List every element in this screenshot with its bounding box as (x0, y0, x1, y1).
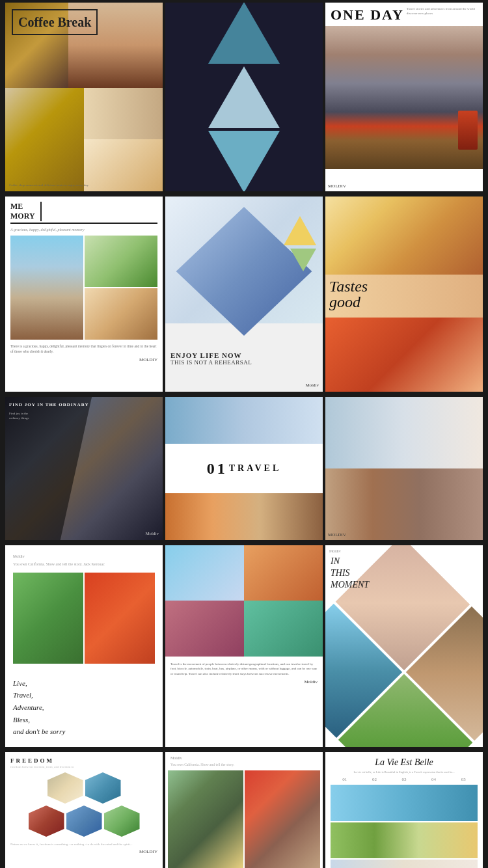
find-joy-moldiv-label: Moldiv (145, 531, 159, 536)
europe-photo-bottom (325, 468, 483, 540)
moment-text-overlay: IN THIS MOMENT (331, 556, 369, 591)
lavie-photo-stack (331, 785, 478, 868)
livetravel-moldiv-top: Moldiv (13, 554, 155, 558)
travel-title-row: 01 TRAVEL (165, 445, 323, 492)
freedom-hex-1 (47, 772, 83, 804)
coffee-bottom-row (5, 88, 163, 192)
memory-photo-3 (85, 288, 157, 340)
card-tastes-good[interactable]: Tastes good (325, 197, 483, 392)
livetravel-photo-2 (85, 573, 155, 664)
find-joy-subtitle: Find joy in theordinary things (9, 411, 29, 420)
lavie-subtitle: La vie est belle, or Life is Beautiful i… (331, 770, 478, 774)
card-water-triangles[interactable] (165, 3, 323, 191)
memory-photo-1 (10, 236, 83, 340)
coffee-title-area: Coffee Break (12, 9, 98, 35)
card-live-travel[interactable]: Moldiv You own California. Show and tell… (5, 545, 163, 747)
freedom-subtitle: freedom between freedom, from, and freed… (10, 765, 157, 768)
freedom-hexagon-grid (10, 772, 157, 837)
livetravel-photos (13, 573, 155, 664)
card-europe-travel[interactable]: MOLDIV (325, 397, 483, 540)
bike-decoration (458, 111, 478, 150)
memory-photos (10, 236, 157, 340)
oneday-subtitle: Travel stories and adventures from aroun… (404, 7, 478, 16)
travel2-photo-2 (244, 545, 323, 601)
travel2-photo-3 (165, 601, 244, 656)
travel2-text: Travel is the movement of people between… (165, 657, 323, 737)
freedom-moldiv-label: MOLDIV (10, 849, 157, 854)
memory-moldiv-label: MOLDIV (10, 357, 157, 362)
travel-word: TRAVEL (229, 463, 282, 474)
lavie-photo-2 (331, 822, 478, 858)
row-2: MEMORY A gracious, happy, delightful, pl… (3, 197, 485, 394)
memory-photo-2 (85, 236, 157, 287)
travel2-moldiv-label: Moldiv (170, 679, 318, 686)
moment-line-moment: MOMENT (331, 579, 369, 591)
lavie-col-5: 05 (449, 777, 478, 782)
travel2-photo-grid (165, 545, 323, 657)
lavie-columns: 01 02 03 04 05 (331, 777, 478, 782)
enjoy-text-block: ENJOY LIFE NOW THIS IS NOT A REHEARSAL (170, 351, 318, 366)
moment-line-in: IN (331, 556, 369, 567)
card-one-day[interactable]: ONE DAY Travel stories and adventures fr… (325, 3, 483, 191)
triangle-down (208, 131, 280, 192)
europe-photo-top (325, 397, 483, 468)
enjoy-triangle-accent2 (290, 249, 316, 271)
enjoy-moldiv-label: Moldiv (305, 383, 319, 388)
freedom-hex-row-2 (29, 806, 140, 837)
lavie-photo-1 (331, 785, 478, 821)
lavie-photo-3 (331, 860, 478, 868)
tastes-text-overlay: Tastes good (329, 278, 368, 310)
enjoy-line1: ENJOY LIFE NOW (170, 351, 318, 359)
memory-title: MEMORY (10, 202, 157, 224)
gallery-container: Coffee Break Coffee shop moments and del… (0, 0, 488, 868)
travel2-photo-4 (244, 601, 323, 656)
card-windmill-paris[interactable]: Moldiv You own California. Show and tell… (165, 752, 323, 868)
enjoy-line2: THIS IS NOT A REHEARSAL (170, 359, 318, 366)
coffee-cup-photo (84, 88, 163, 140)
freedom-bottom-text: Nature as we know it, freedom is somethi… (10, 842, 157, 847)
tastes-word2: good (329, 294, 368, 310)
triangle-up (208, 3, 280, 64)
freedom-hex-4 (66, 806, 102, 837)
tastes-word1: Tastes (329, 278, 368, 294)
card-enjoy-life[interactable]: ENJOY LIFE NOW THIS IS NOT A REHEARSAL M… (165, 197, 323, 392)
coffee-title: Coffee Break (12, 9, 98, 35)
food-photo-top (325, 197, 483, 275)
travel2-photo-1 (165, 545, 244, 601)
card-find-joy[interactable]: FIND JOY IN THE ORDINARY Find joy in the… (5, 397, 163, 540)
card-la-vie-est-belle[interactable]: La Vie Est Belle La vie est belle, or Li… (325, 752, 483, 868)
freedom-hex-3 (29, 806, 64, 837)
food-photo-bottom (325, 318, 483, 392)
travel-number: 01 (207, 460, 228, 478)
livetravel-subtitle: You own California. Show and tell the st… (13, 562, 155, 566)
card-memory[interactable]: MEMORY A gracious, happy, delightful, pl… (5, 197, 163, 392)
travel-photo-2 (165, 493, 323, 540)
lavie-title: La Vie Est Belle (331, 757, 478, 768)
lavie-col-4: 04 (420, 777, 448, 782)
livetravel-photo-1 (13, 573, 83, 664)
oneday-header: ONE DAY Travel stories and adventures fr… (325, 3, 483, 26)
memory-divider (40, 202, 42, 221)
card-travel-01[interactable]: 01 TRAVEL (165, 397, 323, 540)
lavie-col-2: 02 (360, 777, 389, 782)
travel2-caption: Travel is the movement of people between… (170, 662, 318, 677)
row-5: FREEDOM freedom between freedom, from, a… (3, 752, 485, 868)
memory-subtitle: A gracious, happy, delightful, pleasant … (10, 228, 157, 232)
wp-header: Moldiv (165, 752, 323, 763)
row-4: Moldiv You own California. Show and tell… (3, 545, 485, 750)
find-joy-title: FIND JOY IN THE ORDINARY (9, 402, 89, 407)
card-travel-02[interactable]: Travel is the movement of people between… (165, 545, 323, 747)
card-freedom[interactable]: FREEDOM freedom between freedom, from, a… (5, 752, 163, 868)
oneday-photo (325, 26, 483, 169)
oneday-title: ONE DAY (331, 7, 404, 23)
card-in-this-moment[interactable]: Moldiv IN THIS MOMENT (325, 545, 483, 747)
card-coffee-break[interactable]: Coffee Break Coffee shop moments and del… (5, 3, 163, 191)
freedom-hex-2 (85, 772, 121, 804)
travel-photo-1 (165, 397, 323, 444)
windmill-photo (168, 770, 243, 868)
memory-text: There is a gracious, happy, delightful, … (10, 344, 157, 355)
coffee-right-col (84, 88, 163, 192)
row-3: FIND JOY IN THE ORDINARY Find joy in the… (3, 397, 485, 543)
europe-moldiv-label: MOLDIV (328, 532, 346, 537)
livetravel-quote-text: Live,Travel,Adventure,Bless,and don't be… (13, 677, 155, 738)
